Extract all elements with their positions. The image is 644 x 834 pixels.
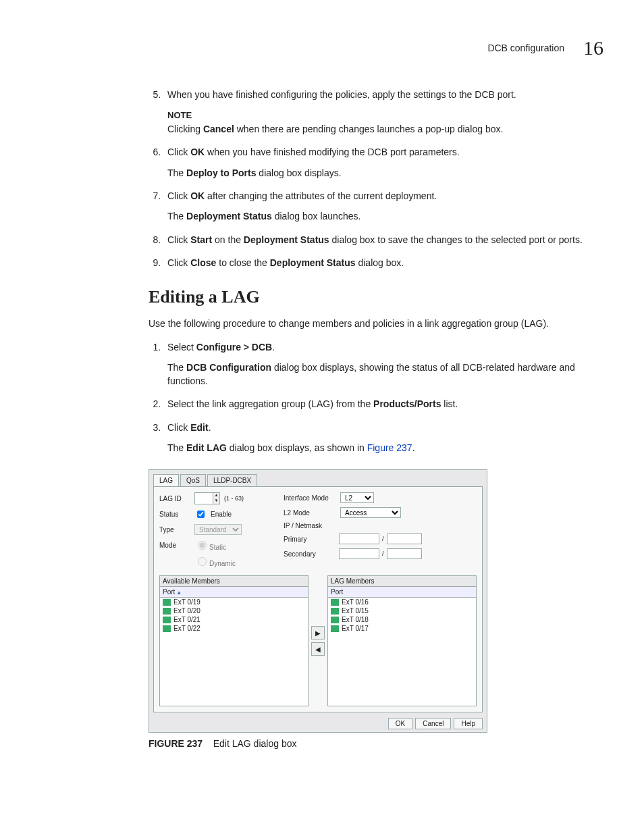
list-item[interactable]: ExT 0/22 bbox=[160, 624, 308, 633]
steps-list-b: Select Configure > DCB. The DCB Configur… bbox=[149, 340, 603, 455]
proc-2: Select the link aggregation group (LAG) … bbox=[163, 397, 603, 411]
iface-label: Interface Mode bbox=[284, 494, 336, 502]
figure-caption: FIGURE 237 Edit LAG dialog box bbox=[149, 738, 603, 749]
ipnet-label: IP / Netmask bbox=[284, 522, 336, 529]
l2mode-select[interactable]: Access bbox=[340, 507, 401, 518]
note-text: Clicking Cancel when there are pending c… bbox=[167, 122, 603, 136]
tab-qos[interactable]: QoS bbox=[180, 474, 206, 486]
l2mode-label: L2 Mode bbox=[284, 509, 336, 517]
lag-members-list[interactable]: LAG Members Port ExT 0/16ExT 0/15ExT 0/1… bbox=[327, 575, 477, 706]
list-item[interactable]: ExT 0/16 bbox=[328, 598, 476, 606]
status-label: Status bbox=[159, 511, 190, 518]
lag-id-label: LAG ID bbox=[159, 495, 190, 502]
tab-lag[interactable]: LAG bbox=[153, 474, 179, 486]
page-header: DCB configuration 16 bbox=[41, 36, 603, 59]
step-5: When you have finished configuring the p… bbox=[163, 88, 603, 136]
enable-label: Enable bbox=[211, 511, 232, 518]
figure-link[interactable]: Figure 237 bbox=[367, 442, 412, 453]
note-label: NOTE bbox=[167, 109, 603, 122]
list-item[interactable]: ExT 0/17 bbox=[328, 624, 476, 633]
edit-lag-dialog: LAG QoS LLDP-DCBX LAG ID ▲▼ (1 - 63) bbox=[149, 469, 487, 733]
section-intro: Use the following procedure to change me… bbox=[149, 317, 603, 330]
list-item[interactable]: ExT 0/18 bbox=[328, 615, 476, 624]
available-members-list[interactable]: Available Members Port▲ ExT 0/19ExT 0/20… bbox=[159, 575, 308, 706]
enable-checkbox[interactable] bbox=[197, 511, 205, 518]
available-caption: Available Members bbox=[160, 576, 308, 587]
primary-ip-input[interactable] bbox=[339, 533, 379, 544]
step-9: Click Close to close the Deployment Stat… bbox=[163, 256, 603, 269]
help-button[interactable]: Help bbox=[454, 718, 483, 729]
secondary-label: Secondary bbox=[284, 550, 336, 558]
note-block: NOTE Clicking Cancel when there are pend… bbox=[167, 109, 603, 136]
list-item[interactable]: ExT 0/21 bbox=[160, 615, 308, 624]
available-header[interactable]: Port▲ bbox=[160, 587, 308, 598]
proc-3: Click Edit. The Edit LAG dialog box disp… bbox=[163, 421, 603, 455]
port-icon bbox=[331, 599, 339, 606]
port-icon bbox=[331, 608, 339, 615]
ok-button[interactable]: OK bbox=[388, 718, 412, 729]
port-icon bbox=[163, 625, 171, 632]
steps-list-a: When you have finished configuring the p… bbox=[149, 88, 603, 269]
list-item[interactable]: ExT 0/20 bbox=[160, 606, 308, 615]
lagmembers-caption: LAG Members bbox=[328, 576, 476, 587]
mode-static-radio[interactable] bbox=[198, 541, 207, 550]
header-title: DCB configuration bbox=[487, 43, 564, 53]
proc-1: Select Configure > DCB. The DCB Configur… bbox=[163, 340, 603, 388]
type-label: Type bbox=[159, 526, 190, 533]
sort-asc-icon: ▲ bbox=[176, 590, 182, 596]
chapter-number: 16 bbox=[583, 36, 603, 59]
step-6: Click OK when you have finished modifyin… bbox=[163, 145, 603, 180]
move-left-button[interactable]: ◀ bbox=[311, 642, 325, 656]
primary-label: Primary bbox=[284, 536, 336, 543]
step-8: Click Start on the Deployment Status dia… bbox=[163, 233, 603, 246]
move-right-button[interactable]: ▶ bbox=[311, 626, 325, 640]
type-select[interactable]: Standard bbox=[194, 524, 242, 535]
lag-id-spinner[interactable]: ▲▼ bbox=[194, 492, 220, 504]
port-icon bbox=[331, 617, 339, 623]
port-icon bbox=[163, 599, 171, 606]
tab-lldp[interactable]: LLDP-DCBX bbox=[207, 474, 257, 486]
port-icon bbox=[163, 617, 171, 623]
lagmembers-header[interactable]: Port bbox=[328, 587, 476, 598]
list-item[interactable]: ExT 0/19 bbox=[160, 598, 308, 606]
tab-bar: LAG QoS LLDP-DCBX bbox=[149, 470, 487, 486]
secondary-ip-input[interactable] bbox=[339, 548, 379, 559]
step-5-text: When you have finished configuring the p… bbox=[167, 89, 516, 100]
mode-label: Mode bbox=[159, 542, 190, 549]
secondary-mask-input[interactable] bbox=[387, 548, 422, 559]
lag-id-range: (1 - 63) bbox=[224, 495, 244, 502]
lag-id-input[interactable] bbox=[195, 493, 213, 504]
port-icon bbox=[331, 625, 339, 632]
step-7: Click OK after changing the attributes o… bbox=[163, 189, 603, 224]
port-icon bbox=[163, 608, 171, 615]
cancel-button[interactable]: Cancel bbox=[415, 718, 451, 729]
iface-select[interactable]: L2 bbox=[340, 492, 374, 503]
list-item[interactable]: ExT 0/15 bbox=[328, 606, 476, 615]
primary-mask-input[interactable] bbox=[387, 533, 422, 544]
section-heading: Editing a LAG bbox=[149, 287, 603, 307]
mode-dynamic-radio[interactable] bbox=[198, 557, 207, 566]
